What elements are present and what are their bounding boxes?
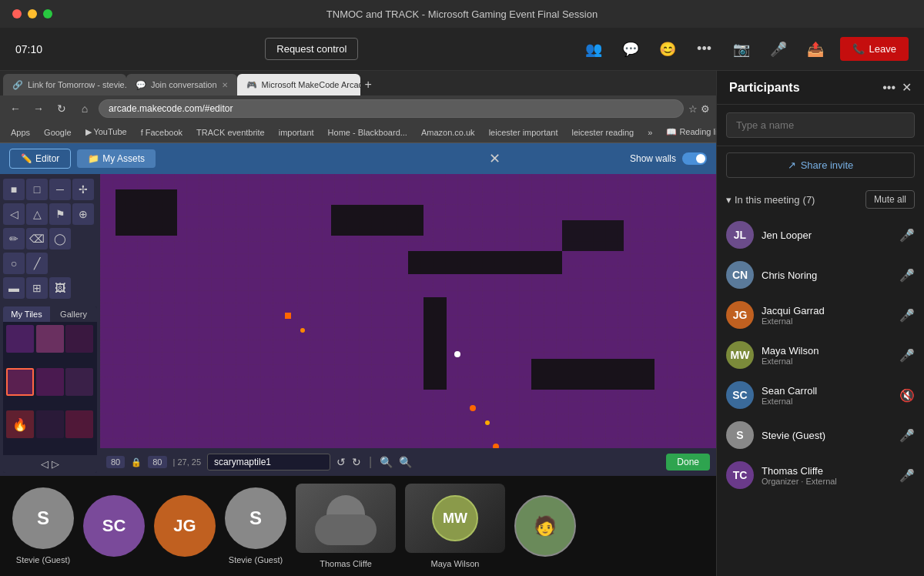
close-panel-button[interactable]: ✕: [902, 80, 912, 95]
new-tab-button[interactable]: +: [360, 74, 377, 95]
bookmark-amazon[interactable]: Amazon.co.uk: [417, 126, 480, 139]
participant-maya-wilson[interactable]: MW Maya Wilson External 🎤: [717, 335, 924, 375]
participant-thomas-cliffe[interactable]: TC Thomas Cliffe Organizer · External 🎤: [717, 455, 924, 495]
tool-shape[interactable]: ◯: [49, 228, 71, 249]
request-control-button[interactable]: Request control: [265, 38, 358, 60]
tab-favicon-2: 🎮: [246, 80, 257, 90]
tile-3-selected[interactable]: [6, 368, 34, 396]
tab-close-1[interactable]: ✕: [222, 81, 228, 89]
mic-icon-button[interactable]: 🎤: [766, 37, 791, 62]
close-editor-button[interactable]: ✕: [489, 150, 500, 167]
tile-5[interactable]: [65, 368, 93, 396]
tile-name-input[interactable]: [207, 454, 330, 471]
bookmark-reading[interactable]: leicester reading: [567, 126, 639, 139]
tile-scroll-left[interactable]: ◁: [41, 458, 49, 470]
bookmark-more[interactable]: »: [643, 126, 657, 139]
participant-jacqui-garrad[interactable]: JG Jacqui Garrad External 🎤: [717, 295, 924, 335]
back-button[interactable]: ←: [6, 99, 25, 118]
tool-triangle[interactable]: △: [26, 203, 48, 225]
mute-all-button[interactable]: Mute all: [865, 190, 915, 209]
tool-square[interactable]: ■: [3, 179, 25, 200]
address-bar[interactable]: [99, 99, 684, 118]
tool-line[interactable]: ─: [49, 179, 71, 200]
minimize-window-button[interactable]: [28, 9, 37, 18]
tile-2[interactable]: [65, 325, 93, 353]
bookmark-facebook[interactable]: f Facebook: [136, 126, 187, 139]
my-tiles-tab[interactable]: My Tiles: [3, 306, 50, 322]
editor-tab[interactable]: ✏️ Editor: [9, 149, 71, 169]
tool-pencil[interactable]: ✏: [3, 228, 25, 249]
tool-small-rect[interactable]: ▬: [3, 277, 25, 299]
bookmark-leicester[interactable]: leicester important: [484, 126, 563, 139]
tile-1[interactable]: [36, 325, 64, 353]
tool-copy[interactable]: ⊕: [72, 203, 94, 225]
leave-button[interactable]: 📞 Leave: [840, 37, 909, 61]
participants-icon-button[interactable]: 👥: [581, 37, 606, 62]
map-canvas[interactable]: Stevie (Guest) 80 🔒 80 | 27, 25 ↺ ↻ | 🔍 …: [100, 174, 716, 476]
share-icon-button[interactable]: 📤: [803, 37, 828, 62]
window-title: TNMOC and TRACK - Microsoft Gaming Event…: [326, 8, 598, 20]
bookmark-youtube[interactable]: ▶ YouTube: [81, 126, 132, 139]
avatar-stevie-guest: S: [726, 421, 754, 449]
bookmark-apps[interactable]: Apps: [6, 126, 35, 139]
share-invite-button[interactable]: ↗ Share invite: [726, 152, 915, 178]
browser-tab-1[interactable]: 💬 Join conversation ✕: [126, 74, 237, 95]
browser-tab-2[interactable]: 🎮 Microsoft MakeCode Arcade ✕: [237, 74, 360, 95]
zoom-out-button[interactable]: 🔍: [380, 456, 393, 468]
my-assets-tab[interactable]: 📁 My Assets: [77, 149, 156, 168]
redo-button[interactable]: ↻: [352, 456, 361, 468]
tool-arrow-left[interactable]: ◁: [3, 203, 25, 225]
gallery-tab[interactable]: Gallery: [50, 306, 97, 322]
bookmark-reading-list[interactable]: 📖 Reading list: [661, 126, 716, 139]
tile-6[interactable]: 🔥: [6, 410, 34, 438]
tool-flag[interactable]: ⚑: [49, 203, 71, 225]
bookmark-icon[interactable]: ☆: [688, 103, 698, 115]
tile-7[interactable]: [36, 410, 64, 438]
participant-sean-carroll[interactable]: SC Sean Carroll External 🔇: [717, 375, 924, 415]
participant-jen-looper[interactable]: JL Jen Looper 🎤: [717, 215, 924, 255]
bookmark-home[interactable]: Home - Blackboard...: [323, 126, 412, 139]
reactions-icon-button[interactable]: 😊: [655, 37, 680, 62]
chat-icon-button[interactable]: 💬: [618, 37, 643, 62]
participant-chris-noring[interactable]: CN Chris Noring 🎤: [717, 255, 924, 295]
thumb-label-maya: Maya Wilson: [431, 559, 480, 568]
zoom-in-button[interactable]: 🔍: [399, 456, 412, 468]
refresh-button[interactable]: ↻: [52, 99, 71, 118]
show-walls-toggle[interactable]: [682, 152, 707, 165]
undo-button[interactable]: ↺: [336, 456, 346, 468]
settings-icon[interactable]: ⚙: [701, 103, 710, 115]
tool-circle[interactable]: ○: [3, 253, 25, 274]
more-options-panel-button[interactable]: •••: [882, 81, 896, 95]
map-obstacle-3: [408, 251, 562, 274]
in-meeting-title: ▾ In this meeting (7): [726, 194, 815, 206]
done-button[interactable]: Done: [666, 454, 710, 471]
tool-grid[interactable]: ⊞: [26, 277, 48, 299]
thumb-avatar-stevie: S: [12, 487, 74, 549]
tile-scroll-right[interactable]: ▷: [52, 458, 59, 470]
bookmark-important[interactable]: important: [274, 126, 319, 139]
tile-8[interactable]: [65, 410, 93, 438]
participant-search-input[interactable]: [726, 112, 915, 138]
tool-image[interactable]: 🖼: [49, 277, 71, 299]
maximize-window-button[interactable]: [43, 9, 52, 18]
tile-0[interactable]: [6, 325, 34, 353]
home-button[interactable]: ⌂: [75, 99, 94, 118]
name-sean-carroll: Sean Carroll: [762, 385, 892, 397]
bookmark-track[interactable]: TRACK eventbrite: [192, 126, 270, 139]
forward-button[interactable]: →: [29, 99, 48, 118]
browser-tab-0[interactable]: 🔗 Link for Tomorrow - stevie.paul... ✕: [3, 74, 126, 95]
bookmark-google[interactable]: Google: [39, 126, 75, 139]
thumb-video-maya: MW: [405, 484, 505, 553]
tile-4[interactable]: [36, 368, 64, 396]
tool-move[interactable]: ✢: [72, 179, 94, 200]
tool-eraser[interactable]: ⌫: [26, 228, 48, 249]
size-display-2: 80: [148, 456, 166, 468]
participant-stevie-guest[interactable]: S Stevie (Guest) 🎤: [717, 415, 924, 455]
close-window-button[interactable]: [12, 9, 22, 18]
tool-paint[interactable]: ╱: [26, 253, 48, 274]
camera-icon-button[interactable]: 📷: [729, 37, 754, 62]
tool-rect[interactable]: □: [26, 179, 48, 200]
meeting-count: (7): [803, 194, 815, 206]
chevron-down-icon: ▾: [726, 194, 732, 206]
more-options-button[interactable]: •••: [692, 37, 717, 62]
